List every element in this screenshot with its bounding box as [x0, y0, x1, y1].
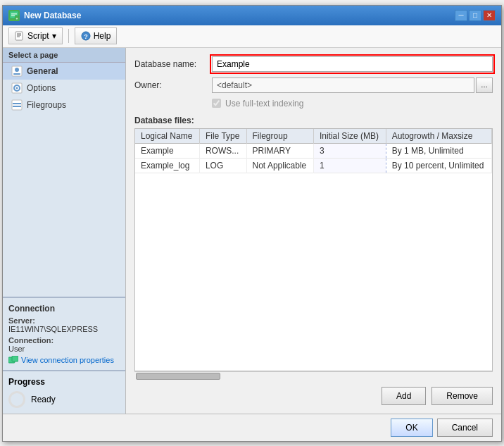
toolbar-separator [68, 29, 69, 43]
new-database-dialog: + New Database ─ □ ✕ Script ▾ [2, 5, 502, 442]
owner-browse-button[interactable]: … [476, 78, 493, 93]
svg-rect-1 [11, 13, 17, 15]
horizontal-scrollbar[interactable] [134, 371, 493, 381]
files-section: Database files: Logical Name File Type F… [134, 116, 493, 405]
script-icon [15, 31, 25, 41]
col-initial-size: Initial Size (MB) [313, 129, 386, 144]
sidebar-spacer [3, 113, 125, 297]
cell-logical-name: Example [135, 143, 199, 158]
minimize-button[interactable]: ─ [455, 10, 467, 21]
table-row[interactable]: Example ROWS... PRIMARY 3 By 1 MB, Unlim… [135, 143, 492, 158]
help-label: Help [94, 31, 111, 41]
sidebar-item-options[interactable]: Options [3, 80, 125, 97]
sidebar-section-title: Select a page [3, 48, 125, 63]
footer-buttons: OK Cancel [391, 419, 493, 437]
connection-section-title: Connection [8, 304, 120, 314]
help-icon: ? [81, 31, 91, 41]
svg-rect-2 [11, 15, 15, 16]
svg-point-16 [16, 87, 18, 89]
cell-initial-size[interactable]: 1 [313, 158, 386, 173]
ok-button[interactable]: OK [391, 419, 432, 437]
owner-row: Owner: <default> … [134, 78, 493, 93]
svg-rect-13 [13, 73, 20, 75]
cell-logical-name: Example_log [135, 158, 199, 173]
col-autogrowth: Autogrowth / Maxsize [386, 129, 491, 144]
files-label: Database files: [134, 116, 493, 125]
server-value: IE11WIN7\SQLEXPRESS [8, 325, 120, 333]
options-icon [11, 82, 23, 94]
script-label: Script [27, 31, 49, 41]
svg-rect-5 [15, 32, 23, 40]
progress-title: Progress [8, 377, 120, 387]
owner-value: <default> [212, 78, 474, 93]
connection-section: Connection Server: IE11WIN7\SQLEXPRESS C… [3, 297, 125, 370]
cell-filegroup: Not Applicable [246, 158, 313, 173]
progress-section: Progress Ready [3, 370, 125, 414]
sidebar-item-options-label: Options [27, 83, 56, 93]
cell-autogrowth: By 1 MB, Unlimited [386, 143, 491, 158]
title-bar-left: + New Database [8, 10, 81, 21]
fulltext-label: Use full-text indexing [225, 99, 303, 109]
content-area: Select a page General Options [3, 48, 501, 414]
title-bar: + New Database ─ □ ✕ [3, 6, 501, 25]
cell-file-type: LOG [199, 158, 246, 173]
toolbar: Script ▾ ? Help [3, 25, 501, 48]
cell-file-type: ROWS... [199, 143, 246, 158]
svg-rect-17 [12, 100, 22, 110]
close-button[interactable]: ✕ [483, 10, 496, 21]
progress-row: Ready [8, 391, 120, 408]
view-connection-properties-link[interactable]: View connection properties [8, 356, 120, 364]
dialog-title: New Database [24, 11, 81, 20]
cell-filegroup: PRIMARY [246, 143, 313, 158]
footer: OK Cancel [3, 414, 501, 441]
col-filegroup: Filegroup [246, 129, 313, 144]
database-name-row: Database name: [134, 56, 493, 72]
owner-label: Owner: [134, 80, 212, 90]
svg-point-12 [15, 68, 19, 72]
connection-link-text: View connection properties [21, 356, 114, 364]
filegroups-icon [11, 99, 23, 111]
files-data-table: Logical Name File Type Filegroup Initial… [135, 129, 492, 173]
remove-button[interactable]: Remove [431, 387, 493, 405]
sidebar-item-filegroups[interactable]: Filegroups [3, 97, 125, 113]
svg-text:+: + [16, 16, 18, 20]
cell-autogrowth: By 10 percent, Unlimited [386, 158, 491, 173]
fulltext-checkbox[interactable] [212, 99, 221, 108]
title-controls: ─ □ ✕ [455, 10, 496, 21]
scrollbar-thumb[interactable] [136, 373, 220, 380]
table-row[interactable]: Example_log LOG Not Applicable 1 By 10 p… [135, 158, 492, 173]
script-button[interactable]: Script ▾ [8, 27, 63, 44]
sidebar-item-filegroups-label: Filegroups [27, 100, 66, 110]
main-panel: Database name: Owner: <default> … Use fu… [126, 48, 501, 414]
fulltext-row: Use full-text indexing [212, 99, 493, 109]
svg-rect-21 [12, 356, 18, 361]
script-dropdown-icon: ▾ [52, 31, 56, 41]
table-header-row: Logical Name File Type Filegroup Initial… [135, 129, 492, 144]
sidebar-item-general[interactable]: General [3, 63, 125, 80]
svg-rect-18 [13, 103, 21, 104]
server-label: Server: [8, 316, 120, 325]
progress-spinner [8, 391, 25, 408]
add-button[interactable]: Add [382, 387, 426, 405]
cancel-button[interactable]: Cancel [437, 419, 493, 437]
connection-link-icon [8, 356, 18, 364]
sidebar-item-general-label: General [27, 66, 58, 76]
general-icon [11, 66, 23, 77]
svg-text:?: ? [84, 33, 88, 40]
sidebar: Select a page General Options [3, 48, 126, 414]
database-name-input[interactable] [212, 56, 493, 72]
progress-status: Ready [31, 395, 56, 404]
dialog-icon: + [8, 10, 20, 21]
svg-rect-19 [13, 106, 21, 107]
help-button[interactable]: ? Help [75, 27, 118, 44]
files-table: Logical Name File Type Filegroup Initial… [134, 128, 493, 371]
maximize-button[interactable]: □ [469, 10, 481, 21]
col-file-type: File Type [199, 129, 246, 144]
col-logical-name: Logical Name [135, 129, 199, 144]
database-name-label: Database name: [134, 59, 212, 69]
connection-label: Connection: [8, 336, 120, 345]
cell-initial-size[interactable]: 3 [313, 143, 386, 158]
connection-value: User [8, 345, 120, 353]
